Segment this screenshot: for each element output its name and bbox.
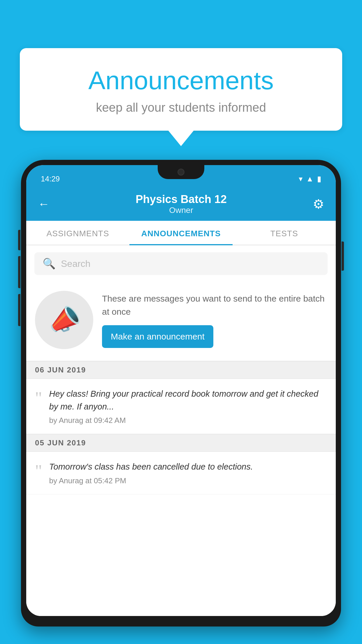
phone-frame: 14:29 ▾ ▲ ▮ ← Physics Batch 12 Owner ⚙ bbox=[21, 160, 341, 626]
batch-title: Physics Batch 12 bbox=[136, 193, 227, 206]
announcement-promo: 📣 These are messages you want to send to… bbox=[26, 282, 336, 361]
settings-icon[interactable]: ⚙ bbox=[313, 197, 324, 211]
phone-container: 14:29 ▾ ▲ ▮ ← Physics Batch 12 Owner ⚙ bbox=[21, 160, 341, 644]
search-placeholder: Search bbox=[61, 258, 90, 269]
announcement-item-2[interactable]: " Tomorrow's class has been cancelled du… bbox=[26, 452, 336, 494]
tab-announcements[interactable]: ANNOUNCEMENTS bbox=[129, 221, 233, 245]
wifi-icon: ▾ bbox=[299, 174, 303, 183]
search-bar[interactable]: 🔍 Search bbox=[34, 252, 328, 275]
front-camera bbox=[178, 169, 184, 176]
tabs-container: ASSIGNMENTS ANNOUNCEMENTS TESTS bbox=[26, 221, 336, 245]
announcement-content-2: Tomorrow's class has been cancelled due … bbox=[49, 461, 327, 485]
app-header: ← Physics Batch 12 Owner ⚙ bbox=[26, 185, 336, 221]
quote-icon-2: " bbox=[35, 462, 42, 480]
announcement-content-1: Hey class! Bring your practical record b… bbox=[49, 388, 327, 425]
date-separator-2: 05 JUN 2019 bbox=[26, 434, 336, 452]
power-button bbox=[342, 242, 344, 271]
announcement-item-1[interactable]: " Hey class! Bring your practical record… bbox=[26, 379, 336, 434]
speech-bubble-card: Announcements keep all your students inf… bbox=[20, 48, 342, 131]
header-title-group: Physics Batch 12 Owner bbox=[136, 193, 227, 215]
battery-icon: ▮ bbox=[317, 174, 321, 183]
date-separator-1: 06 JUN 2019 bbox=[26, 361, 336, 379]
megaphone-icon: 📣 bbox=[44, 301, 84, 339]
volume-up-button bbox=[18, 256, 20, 288]
announcement-text-2: Tomorrow's class has been cancelled due … bbox=[49, 461, 327, 473]
search-icon: 🔍 bbox=[43, 258, 56, 270]
bubble-tail bbox=[168, 130, 194, 146]
quote-icon-1: " bbox=[35, 389, 42, 407]
promo-icon-circle: 📣 bbox=[35, 291, 93, 349]
announcement-meta-2: by Anurag at 05:42 PM bbox=[49, 476, 327, 485]
mute-button bbox=[18, 230, 20, 250]
announcement-text-1: Hey class! Bring your practical record b… bbox=[49, 388, 327, 413]
notch bbox=[158, 165, 204, 179]
phone-screen: 14:29 ▾ ▲ ▮ ← Physics Batch 12 Owner ⚙ bbox=[26, 165, 336, 616]
bubble-title: Announcements bbox=[40, 66, 322, 95]
bubble-subtitle: keep all your students informed bbox=[40, 101, 322, 115]
speech-bubble-section: Announcements keep all your students inf… bbox=[20, 48, 342, 146]
tab-tests[interactable]: TESTS bbox=[233, 221, 336, 245]
status-icons: ▾ ▲ ▮ bbox=[299, 174, 321, 183]
announcement-meta-1: by Anurag at 09:42 AM bbox=[49, 416, 327, 425]
content-area: 🔍 Search 📣 These are messages you want t… bbox=[26, 245, 336, 616]
status-time: 14:29 bbox=[41, 174, 60, 183]
make-announcement-button[interactable]: Make an announcement bbox=[102, 325, 213, 348]
promo-description: These are messages you want to send to t… bbox=[102, 292, 327, 318]
volume-down-button bbox=[18, 294, 20, 326]
promo-content: These are messages you want to send to t… bbox=[102, 292, 327, 348]
tab-assignments[interactable]: ASSIGNMENTS bbox=[26, 221, 129, 245]
batch-role: Owner bbox=[136, 206, 227, 215]
back-button[interactable]: ← bbox=[38, 197, 50, 211]
signal-icon: ▲ bbox=[306, 174, 314, 183]
